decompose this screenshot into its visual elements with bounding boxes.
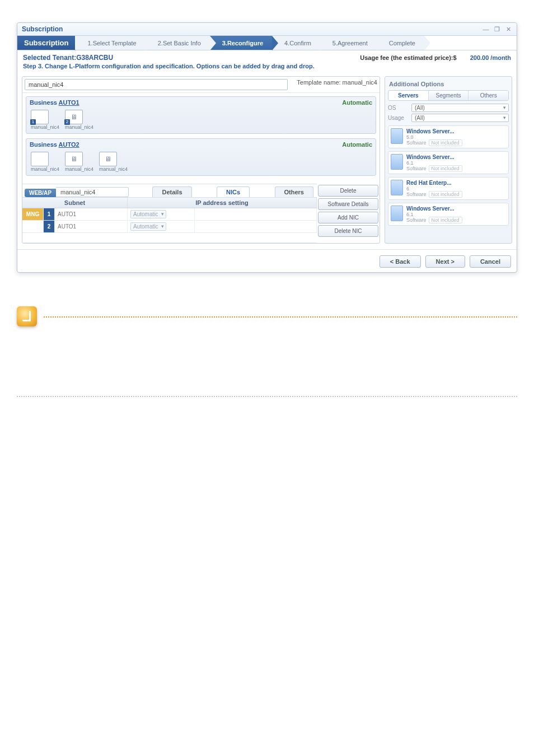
node[interactable]: manual_nic4 bbox=[31, 152, 59, 172]
rp-tab-segments[interactable]: Segments bbox=[429, 91, 469, 100]
minimize-icon[interactable]: — bbox=[482, 26, 490, 33]
software-details-button[interactable]: Software Details bbox=[318, 198, 378, 210]
step-1[interactable]: 1.Select Template bbox=[75, 36, 145, 50]
wizard-footer: < Back Next > Cancel bbox=[17, 249, 517, 272]
step-4[interactable]: 4.Confirm bbox=[272, 36, 320, 50]
server-name-field[interactable]: manual_nic4 bbox=[56, 187, 129, 197]
segment-auto2[interactable]: Business AUTO2 Automatic manual_nic4 man… bbox=[26, 138, 376, 176]
template-name-input[interactable]: manual_nic4 bbox=[25, 79, 288, 90]
server-option[interactable]: Red Hat Enterp... 6 SoftwareNot included bbox=[388, 177, 509, 200]
os-filter-select[interactable]: (All) bbox=[411, 104, 509, 112]
cancel-button[interactable]: Cancel bbox=[470, 255, 511, 268]
step-2[interactable]: 2.Set Basic Info bbox=[146, 36, 210, 50]
brand-logo-icon bbox=[17, 306, 37, 326]
next-button[interactable]: Next > bbox=[425, 255, 465, 268]
tab-details[interactable]: Details bbox=[152, 186, 191, 197]
node[interactable]: manual_nic4 bbox=[65, 152, 93, 172]
wizard-title: Subscription bbox=[17, 36, 75, 50]
node[interactable]: 1manual_nic4 bbox=[31, 110, 59, 130]
nic-row[interactable]: MNG 1 AUTO1 Automatic bbox=[22, 208, 317, 221]
automatic-tag: Automatic bbox=[342, 141, 372, 148]
nic-row[interactable]: 2 AUTO1 Automatic bbox=[22, 221, 317, 233]
config-canvas: manual_nic4 Template name: manual_nic4 B… bbox=[22, 76, 380, 244]
panel-title: Additional Options bbox=[388, 80, 509, 90]
divider-dots bbox=[17, 396, 517, 397]
tab-others[interactable]: Others bbox=[275, 186, 313, 197]
close-icon[interactable]: ✕ bbox=[504, 26, 512, 33]
node[interactable]: 2manual_nic4 bbox=[65, 110, 93, 130]
back-button[interactable]: < Back bbox=[380, 255, 421, 268]
subscription-window: Subscription — ❐ ✕ Subscription 1.Select… bbox=[17, 22, 517, 273]
usage-filter-select[interactable]: (All) bbox=[411, 114, 509, 122]
server-role-badge: WEB/AP bbox=[25, 189, 56, 197]
delete-nic-button[interactable]: Delete NIC bbox=[318, 225, 378, 237]
selected-tenant: Selected Tenant:G38ARCBU bbox=[23, 54, 113, 62]
tab-nics[interactable]: NICs bbox=[217, 186, 250, 197]
rp-tab-servers[interactable]: Servers bbox=[388, 91, 429, 100]
step-3[interactable]: 3.Reconfigure bbox=[210, 36, 272, 50]
detail-side-actions: Delete Software Details Add NIC Delete N… bbox=[317, 184, 380, 243]
server-icon bbox=[391, 180, 403, 195]
server-option[interactable]: Windows Server... 6.1 SoftwareNot includ… bbox=[388, 203, 509, 226]
server-icon bbox=[391, 206, 403, 221]
additional-options-panel: Additional Options Servers Segments Othe… bbox=[385, 76, 512, 244]
automatic-tag: Automatic bbox=[342, 99, 372, 106]
divider-dots bbox=[44, 316, 517, 318]
step-5[interactable]: 5.Agreement bbox=[320, 36, 377, 50]
add-nic-button[interactable]: Add NIC bbox=[318, 212, 378, 223]
mode-select[interactable]: Automatic bbox=[130, 222, 166, 231]
nic-table: Subnet IP address setting MNG 1 AUTO1 Au… bbox=[22, 198, 317, 243]
window-title: Subscription bbox=[22, 25, 63, 33]
title-bar: Subscription — ❐ ✕ bbox=[17, 23, 517, 36]
wizard-steps: Subscription 1.Select Template 2.Set Bas… bbox=[17, 36, 517, 50]
delete-button[interactable]: Delete bbox=[318, 185, 378, 197]
server-icon bbox=[391, 128, 403, 144]
step-complete[interactable]: Complete bbox=[377, 36, 424, 50]
mode-select[interactable]: Automatic bbox=[130, 210, 166, 218]
usage-fee: Usage fee (the estimated price):$200.00 … bbox=[360, 54, 511, 61]
node[interactable]: manual_nic4 bbox=[99, 152, 128, 172]
template-name-label: Template name: manual_nic4 bbox=[297, 79, 377, 90]
server-option[interactable]: Windows Server... 5.0 SoftwareNot includ… bbox=[388, 125, 509, 148]
segment-auto1[interactable]: Business AUTO1 Automatic 1manual_nic4 2m… bbox=[26, 96, 376, 134]
server-icon bbox=[391, 154, 403, 170]
server-option[interactable]: Windows Server... 6.1 SoftwareNot includ… bbox=[388, 151, 509, 174]
maximize-icon[interactable]: ❐ bbox=[493, 26, 501, 33]
step-description: Step 3. Change L-Platform configuration … bbox=[17, 63, 517, 73]
rp-tab-others[interactable]: Others bbox=[469, 91, 508, 100]
